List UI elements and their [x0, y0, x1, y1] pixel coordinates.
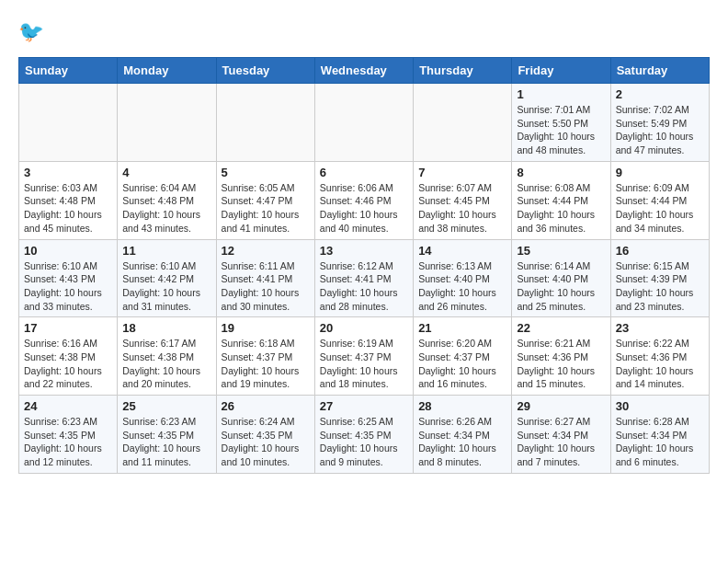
day-number: 7 — [418, 166, 506, 179]
calendar-week-3: 10Sunrise: 6:10 AM Sunset: 4:43 PM Dayli… — [19, 239, 710, 317]
calendar-cell — [216, 84, 314, 162]
day-number: 25 — [122, 399, 210, 413]
calendar-cell: 27Sunrise: 6:25 AM Sunset: 4:35 PM Dayli… — [314, 396, 413, 474]
day-info: Sunrise: 7:01 AM Sunset: 5:50 PM Dayligh… — [517, 103, 605, 157]
day-info: Sunrise: 6:13 AM Sunset: 4:40 PM Dayligh… — [418, 259, 506, 314]
day-number: 30 — [616, 399, 704, 413]
calendar-cell: 25Sunrise: 6:23 AM Sunset: 4:35 PM Dayli… — [118, 396, 216, 474]
day-info: Sunrise: 6:08 AM Sunset: 4:44 PM Dayligh… — [517, 181, 605, 236]
day-info: Sunrise: 6:12 AM Sunset: 4:41 PM Dayligh… — [320, 259, 408, 314]
day-info: Sunrise: 6:15 AM Sunset: 4:39 PM Dayligh… — [616, 259, 704, 314]
day-number: 24 — [24, 399, 112, 413]
svg-text:🐦: 🐦 — [18, 19, 44, 44]
logo-icon: 🐦 — [18, 18, 48, 48]
calendar-cell: 5Sunrise: 6:05 AM Sunset: 4:47 PM Daylig… — [216, 161, 314, 239]
calendar-cell: 14Sunrise: 6:13 AM Sunset: 4:40 PM Dayli… — [414, 239, 512, 317]
calendar-cell — [414, 84, 512, 162]
calendar-cell: 12Sunrise: 6:11 AM Sunset: 4:41 PM Dayli… — [216, 239, 314, 317]
day-info: Sunrise: 6:20 AM Sunset: 4:37 PM Dayligh… — [418, 337, 506, 391]
day-number: 5 — [222, 166, 310, 179]
calendar-cell: 19Sunrise: 6:18 AM Sunset: 4:37 PM Dayli… — [216, 317, 314, 396]
calendar-table: SundayMondayTuesdayWednesdayThursdayFrid… — [18, 57, 710, 474]
day-number: 10 — [24, 244, 112, 258]
day-info: Sunrise: 6:09 AM Sunset: 4:44 PM Dayligh… — [616, 181, 704, 236]
calendar-cell: 13Sunrise: 6:12 AM Sunset: 4:41 PM Dayli… — [314, 239, 413, 317]
page-header: 🐦 — [18, 18, 710, 48]
calendar-cell: 2Sunrise: 7:02 AM Sunset: 5:49 PM Daylig… — [610, 84, 709, 162]
day-info: Sunrise: 6:25 AM Sunset: 4:35 PM Dayligh… — [320, 415, 408, 469]
day-info: Sunrise: 6:06 AM Sunset: 4:46 PM Dayligh… — [320, 181, 408, 236]
calendar-cell: 3Sunrise: 6:03 AM Sunset: 4:48 PM Daylig… — [19, 161, 118, 239]
day-info: Sunrise: 6:27 AM Sunset: 4:34 PM Dayligh… — [517, 415, 605, 469]
day-info: Sunrise: 6:11 AM Sunset: 4:41 PM Dayligh… — [222, 259, 310, 314]
calendar-week-5: 24Sunrise: 6:23 AM Sunset: 4:35 PM Dayli… — [19, 396, 710, 474]
day-info: Sunrise: 6:26 AM Sunset: 4:34 PM Dayligh… — [418, 415, 506, 469]
day-info: Sunrise: 6:18 AM Sunset: 4:37 PM Dayligh… — [222, 337, 310, 391]
day-number: 27 — [320, 399, 408, 413]
column-header-tuesday: Tuesday — [216, 58, 314, 84]
day-number: 19 — [222, 321, 310, 335]
day-number: 28 — [418, 399, 506, 413]
day-info: Sunrise: 6:07 AM Sunset: 4:45 PM Dayligh… — [418, 181, 506, 236]
day-number: 13 — [320, 244, 408, 258]
day-number: 29 — [517, 399, 605, 413]
day-info: Sunrise: 6:10 AM Sunset: 4:42 PM Dayligh… — [122, 259, 210, 314]
day-number: 20 — [320, 321, 408, 335]
day-info: Sunrise: 6:03 AM Sunset: 4:48 PM Dayligh… — [24, 181, 112, 236]
day-number: 15 — [517, 244, 605, 258]
column-header-thursday: Thursday — [414, 58, 512, 84]
calendar-cell: 16Sunrise: 6:15 AM Sunset: 4:39 PM Dayli… — [610, 239, 709, 317]
calendar-cell: 10Sunrise: 6:10 AM Sunset: 4:43 PM Dayli… — [19, 239, 118, 317]
calendar-week-4: 17Sunrise: 6:16 AM Sunset: 4:38 PM Dayli… — [19, 317, 710, 396]
calendar-cell: 26Sunrise: 6:24 AM Sunset: 4:35 PM Dayli… — [216, 396, 314, 474]
day-number: 14 — [418, 244, 506, 258]
column-header-wednesday: Wednesday — [314, 58, 413, 84]
calendar-week-1: 1Sunrise: 7:01 AM Sunset: 5:50 PM Daylig… — [19, 84, 710, 162]
day-number: 6 — [320, 166, 408, 179]
day-info: Sunrise: 6:28 AM Sunset: 4:34 PM Dayligh… — [616, 415, 704, 469]
calendar-cell: 17Sunrise: 6:16 AM Sunset: 4:38 PM Dayli… — [19, 317, 118, 396]
calendar-cell: 7Sunrise: 6:07 AM Sunset: 4:45 PM Daylig… — [414, 161, 512, 239]
day-number: 9 — [616, 166, 704, 179]
column-header-saturday: Saturday — [610, 58, 709, 84]
calendar-cell: 22Sunrise: 6:21 AM Sunset: 4:36 PM Dayli… — [512, 317, 610, 396]
calendar-cell: 4Sunrise: 6:04 AM Sunset: 4:48 PM Daylig… — [118, 161, 216, 239]
day-info: Sunrise: 6:10 AM Sunset: 4:43 PM Dayligh… — [24, 259, 112, 314]
day-number: 26 — [222, 399, 310, 413]
day-info: Sunrise: 6:14 AM Sunset: 4:40 PM Dayligh… — [517, 259, 605, 314]
calendar-cell: 24Sunrise: 6:23 AM Sunset: 4:35 PM Dayli… — [19, 396, 118, 474]
day-number: 18 — [122, 321, 210, 335]
day-info: Sunrise: 6:21 AM Sunset: 4:36 PM Dayligh… — [517, 337, 605, 391]
column-header-monday: Monday — [118, 58, 216, 84]
calendar-cell: 15Sunrise: 6:14 AM Sunset: 4:40 PM Dayli… — [512, 239, 610, 317]
day-number: 3 — [24, 166, 112, 179]
calendar-week-2: 3Sunrise: 6:03 AM Sunset: 4:48 PM Daylig… — [19, 161, 710, 239]
day-number: 23 — [616, 321, 704, 335]
day-number: 21 — [418, 321, 506, 335]
calendar-header-row: SundayMondayTuesdayWednesdayThursdayFrid… — [19, 58, 710, 84]
day-number: 12 — [222, 244, 310, 258]
calendar-cell — [118, 84, 216, 162]
day-info: Sunrise: 6:05 AM Sunset: 4:47 PM Dayligh… — [222, 181, 310, 236]
calendar-cell — [314, 84, 413, 162]
day-number: 2 — [616, 87, 704, 101]
day-info: Sunrise: 7:02 AM Sunset: 5:49 PM Dayligh… — [616, 103, 704, 157]
calendar-cell: 21Sunrise: 6:20 AM Sunset: 4:37 PM Dayli… — [414, 317, 512, 396]
column-header-sunday: Sunday — [19, 58, 118, 84]
calendar-cell: 23Sunrise: 6:22 AM Sunset: 4:36 PM Dayli… — [610, 317, 709, 396]
day-info: Sunrise: 6:24 AM Sunset: 4:35 PM Dayligh… — [222, 415, 310, 469]
day-number: 17 — [24, 321, 112, 335]
calendar-cell: 9Sunrise: 6:09 AM Sunset: 4:44 PM Daylig… — [610, 161, 709, 239]
calendar-cell: 6Sunrise: 6:06 AM Sunset: 4:46 PM Daylig… — [314, 161, 413, 239]
calendar-cell: 18Sunrise: 6:17 AM Sunset: 4:38 PM Dayli… — [118, 317, 216, 396]
day-info: Sunrise: 6:16 AM Sunset: 4:38 PM Dayligh… — [24, 337, 112, 391]
calendar-cell — [19, 84, 118, 162]
calendar-cell: 28Sunrise: 6:26 AM Sunset: 4:34 PM Dayli… — [414, 396, 512, 474]
day-number: 11 — [122, 244, 210, 258]
calendar-cell: 8Sunrise: 6:08 AM Sunset: 4:44 PM Daylig… — [512, 161, 610, 239]
day-number: 4 — [122, 166, 210, 179]
day-info: Sunrise: 6:19 AM Sunset: 4:37 PM Dayligh… — [320, 337, 408, 391]
day-number: 22 — [517, 321, 605, 335]
day-info: Sunrise: 6:04 AM Sunset: 4:48 PM Dayligh… — [122, 181, 210, 236]
calendar-cell: 11Sunrise: 6:10 AM Sunset: 4:42 PM Dayli… — [118, 239, 216, 317]
